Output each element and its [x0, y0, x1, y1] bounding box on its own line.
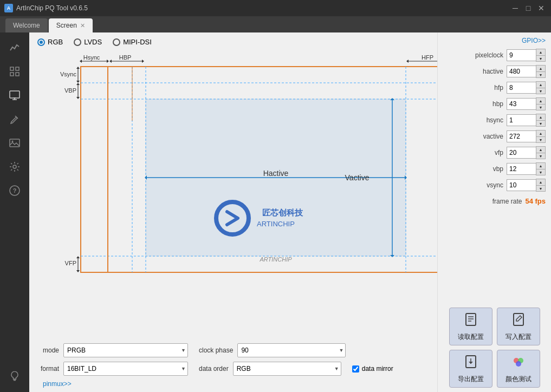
svg-rect-67 — [514, 313, 523, 325]
gpio-link[interactable]: GPIO>> — [443, 37, 546, 44]
vbp-label: vbp — [493, 165, 503, 173]
app-logo: A — [4, 4, 13, 12]
controls-row-2: format 16BIT_LD 16BIT_HD 18BIT 24BIT dat… — [37, 362, 429, 376]
sidebar-item-monitor[interactable] — [3, 84, 27, 106]
frame-rate-row: frame rate 54 fps — [443, 197, 546, 205]
vactive-down[interactable]: ▼ — [536, 136, 545, 142]
param-row-hactive: hactive ▲▼ — [443, 65, 546, 78]
close-button[interactable]: ✕ — [536, 3, 547, 14]
radio-lvds-circle — [74, 38, 81, 46]
content-area: RGB LVDS MIPI-DSI — [29, 32, 437, 392]
svg-rect-4 — [10, 91, 20, 98]
controls-row-1: mode PRGB SRGB Serial RGB clock phase 90 — [37, 343, 429, 357]
vactive-up[interactable]: ▲ — [536, 130, 545, 136]
param-row-vbp: vbp ▲▼ — [443, 162, 546, 175]
data-order-select[interactable]: RGB BGR GRB GBR — [233, 362, 341, 376]
pinmux-link[interactable]: pinmux>> — [43, 380, 72, 388]
controls-bar: mode PRGB SRGB Serial RGB clock phase 90 — [29, 339, 437, 392]
pixelclock-input[interactable] — [507, 49, 536, 61]
format-select[interactable]: 16BIT_LD 16BIT_HD 18BIT 24BIT — [63, 362, 188, 376]
color-test-icon — [511, 354, 526, 373]
radio-rgb[interactable]: RGB — [37, 38, 63, 46]
hbp-up[interactable]: ▲ — [536, 98, 545, 104]
hfp-up[interactable]: ▲ — [536, 82, 545, 88]
vfp-up[interactable]: ▲ — [536, 147, 545, 153]
color-test-button[interactable]: 颜色测试 — [497, 350, 540, 388]
svg-rect-0 — [10, 67, 14, 70]
hfp-spinbox: ▲▼ — [507, 81, 546, 94]
vfp-spinbox: ▲▼ — [507, 146, 546, 159]
read-config-button[interactable]: 读取配置 — [449, 308, 492, 345]
clock-phase-select[interactable]: 90 0 180 270 — [237, 343, 346, 357]
clock-phase-label: clock phase — [199, 347, 233, 354]
hbp-down[interactable]: ▼ — [536, 104, 545, 110]
export-config-button[interactable]: 导出配置 — [449, 350, 492, 388]
svg-marker-47 — [76, 97, 80, 99]
pixelclock-up[interactable]: ▲ — [536, 49, 545, 55]
right-panel: GPIO>> pixelclock ▲ ▼ hactive ▲▼ hfp ▲ — [437, 32, 551, 392]
hactive-spinbox: ▲▼ — [507, 65, 546, 78]
mode-select[interactable]: PRGB SRGB Serial RGB — [63, 343, 188, 357]
main-layout: ? RGB LVDS — [0, 32, 551, 392]
svg-marker-34 — [142, 60, 144, 63]
svg-point-73 — [516, 361, 521, 367]
write-config-icon — [511, 312, 526, 330]
hactive-down[interactable]: ▼ — [536, 71, 545, 77]
param-row-pixelclock: pixelclock ▲ ▼ — [443, 49, 546, 62]
hbp-input[interactable] — [507, 98, 536, 110]
tab-screen[interactable]: Screen ✕ — [49, 18, 93, 32]
svg-marker-43 — [76, 81, 80, 83]
radio-lvds[interactable]: LVDS — [74, 38, 102, 46]
vsync-down[interactable]: ▼ — [536, 185, 545, 191]
sidebar-item-help[interactable]: ? — [3, 180, 27, 201]
vsync-spinbox: ▲▼ — [507, 179, 546, 192]
param-row-vfp: vfp ▲▼ — [443, 146, 546, 159]
pixelclock-down[interactable]: ▼ — [536, 55, 545, 61]
sidebar-item-bulb[interactable] — [3, 365, 27, 387]
svg-marker-37 — [406, 60, 409, 63]
svg-marker-29 — [80, 60, 82, 63]
vbp-down[interactable]: ▼ — [536, 169, 545, 175]
radio-mipi-label: MIPI-DSI — [123, 38, 152, 46]
maximize-button[interactable]: □ — [523, 3, 534, 14]
vsync-input[interactable] — [507, 179, 536, 191]
hfp-down[interactable]: ▼ — [536, 88, 545, 94]
tab-close-icon[interactable]: ✕ — [80, 22, 85, 29]
minimize-button[interactable]: ─ — [510, 3, 521, 14]
hactive-input[interactable] — [507, 66, 536, 77]
action-buttons: 读取配置 写入配置 导 — [443, 302, 546, 388]
frame-rate-value: 54 fps — [525, 197, 546, 205]
frame-rate-label: frame rate — [492, 198, 522, 205]
controls-row-3: pinmux>> — [37, 380, 429, 388]
hsync-down[interactable]: ▼ — [536, 120, 545, 126]
vbp-up[interactable]: ▲ — [536, 163, 545, 169]
vactive-input[interactable] — [507, 130, 536, 142]
sidebar-item-edit[interactable] — [3, 108, 27, 130]
vfp-input[interactable] — [507, 147, 536, 159]
write-config-button[interactable]: 写入配置 — [497, 308, 540, 345]
hsync-up[interactable]: ▲ — [536, 114, 545, 120]
vfp-label: vfp — [495, 149, 503, 156]
hsync-spinbox: ▲▼ — [507, 114, 546, 127]
sidebar-item-image[interactable] — [3, 132, 27, 154]
mode-group: mode PRGB SRGB Serial RGB — [37, 343, 188, 357]
tab-welcome[interactable]: Welcome — [5, 18, 48, 32]
vbp-input[interactable] — [507, 163, 536, 175]
sidebar-item-chart[interactable] — [3, 37, 27, 58]
radio-mipi[interactable]: MIPI-DSI — [113, 38, 152, 46]
data-mirror-group: data mirror — [352, 365, 393, 373]
hfp-input[interactable] — [507, 82, 536, 94]
tab-screen-label: Screen — [56, 22, 77, 29]
data-mirror-checkbox[interactable] — [352, 365, 359, 373]
sidebar-item-grid[interactable] — [3, 61, 27, 82]
sidebar-item-settings[interactable] — [3, 156, 27, 178]
svg-marker-46 — [76, 83, 80, 85]
pixelclock-label: pixelclock — [475, 51, 503, 59]
hsync-input[interactable] — [507, 114, 536, 126]
svg-rect-9 — [10, 139, 20, 147]
svg-marker-42 — [76, 67, 80, 69]
svg-text:HFP: HFP — [422, 54, 433, 61]
hactive-up[interactable]: ▲ — [536, 66, 545, 71]
vfp-down[interactable]: ▼ — [536, 153, 545, 159]
vsync-up[interactable]: ▲ — [536, 179, 545, 185]
